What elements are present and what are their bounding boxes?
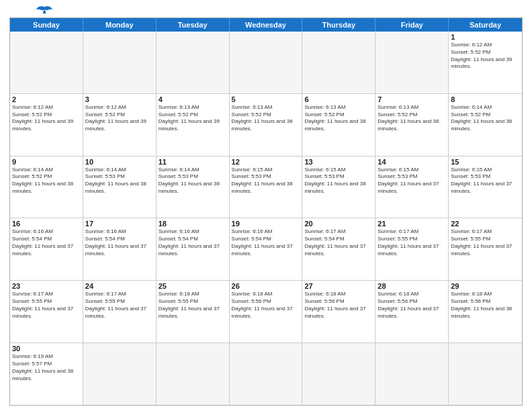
day-number: 14 (378, 158, 446, 166)
cell-sun-info: Sunrise: 6:12 AMSunset: 5:52 PMDaylight:… (12, 104, 81, 133)
calendar-cell: 6Sunrise: 6:13 AMSunset: 5:52 PMDaylight… (302, 94, 375, 156)
calendar-cell (83, 343, 157, 405)
calendar-week-5: 23Sunrise: 6:17 AMSunset: 5:55 PMDayligh… (10, 281, 522, 343)
calendar-week-6: 30Sunrise: 6:19 AMSunset: 5:57 PMDayligh… (10, 343, 522, 405)
cell-sun-info: Sunrise: 6:17 AMSunset: 5:55 PMDaylight:… (85, 291, 154, 320)
cell-sun-info: Sunrise: 6:15 AMSunset: 5:53 PMDaylight:… (378, 167, 446, 195)
day-number: 9 (12, 158, 81, 166)
cell-sun-info: Sunrise: 6:13 AMSunset: 5:52 PMDaylight:… (378, 104, 446, 133)
calendar-cell: 4Sunrise: 6:13 AMSunset: 5:52 PMDaylight… (157, 94, 230, 156)
cell-sun-info: Sunrise: 6:18 AMSunset: 5:56 PMDaylight:… (378, 291, 446, 320)
calendar-cell: 11Sunrise: 6:14 AMSunset: 5:53 PMDayligh… (157, 156, 230, 218)
calendar-cell: 27Sunrise: 6:18 AMSunset: 5:56 PMDayligh… (302, 281, 375, 342)
logo-bird-icon (35, 5, 54, 16)
calendar-header-tuesday: Tuesday (157, 18, 230, 32)
calendar-cell: 17Sunrise: 6:16 AMSunset: 5:54 PMDayligh… (83, 218, 157, 280)
cell-sun-info: Sunrise: 6:14 AMSunset: 5:53 PMDaylight:… (159, 167, 227, 195)
calendar-cell: 13Sunrise: 6:15 AMSunset: 5:53 PMDayligh… (302, 156, 375, 218)
calendar-week-3: 9Sunrise: 6:14 AMSunset: 5:52 PMDaylight… (10, 156, 522, 219)
calendar-cell: 2Sunrise: 6:12 AMSunset: 5:52 PMDaylight… (10, 94, 83, 156)
day-number: 27 (304, 282, 373, 290)
calendar-header-friday: Friday (375, 18, 449, 32)
calendar-cell: 10Sunrise: 6:14 AMSunset: 5:53 PMDayligh… (83, 156, 157, 218)
calendar-cell: 28Sunrise: 6:18 AMSunset: 5:56 PMDayligh… (375, 281, 449, 342)
day-number: 21 (378, 220, 446, 228)
calendar-cell (230, 343, 303, 405)
day-number: 25 (159, 282, 227, 290)
cell-sun-info: Sunrise: 6:18 AMSunset: 5:55 PMDaylight:… (159, 291, 227, 320)
cell-sun-info: Sunrise: 6:18 AMSunset: 5:56 PMDaylight:… (232, 291, 300, 320)
day-number: 2 (12, 95, 81, 103)
day-number: 1 (451, 33, 520, 41)
calendar-cell (157, 32, 230, 93)
calendar-cell (10, 32, 83, 93)
day-number: 15 (451, 158, 520, 166)
day-number: 16 (12, 220, 81, 228)
calendar-cell: 8Sunrise: 6:14 AMSunset: 5:52 PMDaylight… (449, 94, 522, 156)
cell-sun-info: Sunrise: 6:17 AMSunset: 5:55 PMDaylight:… (451, 228, 520, 257)
calendar-cell: 30Sunrise: 6:19 AMSunset: 5:57 PMDayligh… (10, 343, 83, 405)
cell-sun-info: Sunrise: 6:14 AMSunset: 5:52 PMDaylight:… (12, 167, 81, 195)
day-number: 23 (12, 282, 81, 290)
cell-sun-info: Sunrise: 6:16 AMSunset: 5:54 PMDaylight:… (85, 228, 154, 257)
calendar-cell (83, 32, 157, 93)
calendar-cell (449, 343, 522, 405)
cell-sun-info: Sunrise: 6:17 AMSunset: 5:54 PMDaylight:… (304, 228, 373, 257)
day-number: 22 (451, 220, 520, 228)
calendar-header-saturday: Saturday (449, 18, 522, 32)
calendar-cell: 22Sunrise: 6:17 AMSunset: 5:55 PMDayligh… (449, 218, 522, 280)
calendar-cell (302, 343, 375, 405)
calendar-header-sunday: Sunday (10, 18, 83, 32)
calendar-cell: 15Sunrise: 6:15 AMSunset: 5:53 PMDayligh… (449, 156, 522, 218)
cell-sun-info: Sunrise: 6:13 AMSunset: 5:52 PMDaylight:… (304, 104, 373, 133)
calendar-cell (375, 343, 449, 405)
logo (9, 7, 54, 16)
cell-sun-info: Sunrise: 6:12 AMSunset: 5:52 PMDaylight:… (451, 42, 520, 71)
cell-sun-info: Sunrise: 6:16 AMSunset: 5:54 PMDaylight:… (159, 228, 227, 257)
calendar-cell: 14Sunrise: 6:15 AMSunset: 5:53 PMDayligh… (375, 156, 449, 218)
day-number: 10 (85, 158, 154, 166)
calendar-header-thursday: Thursday (302, 18, 375, 32)
calendar-cell: 19Sunrise: 6:16 AMSunset: 5:54 PMDayligh… (230, 218, 303, 280)
day-number: 24 (85, 282, 154, 290)
day-number: 5 (232, 95, 300, 103)
cell-sun-info: Sunrise: 6:14 AMSunset: 5:52 PMDaylight:… (451, 104, 520, 133)
cell-sun-info: Sunrise: 6:12 AMSunset: 5:52 PMDaylight:… (85, 104, 154, 133)
calendar-cell: 29Sunrise: 6:18 AMSunset: 5:56 PMDayligh… (449, 281, 522, 342)
calendar-week-2: 2Sunrise: 6:12 AMSunset: 5:52 PMDaylight… (10, 94, 522, 156)
cell-sun-info: Sunrise: 6:17 AMSunset: 5:55 PMDaylight:… (378, 228, 446, 257)
calendar-week-1: 1Sunrise: 6:12 AMSunset: 5:52 PMDaylight… (10, 32, 522, 94)
calendar-header: SundayMondayTuesdayWednesdayThursdayFrid… (10, 18, 522, 32)
cell-sun-info: Sunrise: 6:19 AMSunset: 5:57 PMDaylight:… (12, 353, 81, 382)
calendar-cell: 9Sunrise: 6:14 AMSunset: 5:52 PMDaylight… (10, 156, 83, 218)
day-number: 30 (12, 345, 81, 353)
day-number: 3 (85, 95, 154, 103)
calendar-cell: 24Sunrise: 6:17 AMSunset: 5:55 PMDayligh… (83, 281, 157, 342)
calendar-cell: 25Sunrise: 6:18 AMSunset: 5:55 PMDayligh… (157, 281, 230, 342)
calendar-cell: 16Sunrise: 6:16 AMSunset: 5:54 PMDayligh… (10, 218, 83, 280)
day-number: 8 (451, 95, 520, 103)
day-number: 28 (378, 282, 446, 290)
cell-sun-info: Sunrise: 6:15 AMSunset: 5:53 PMDaylight:… (232, 167, 300, 195)
calendar-cell: 3Sunrise: 6:12 AMSunset: 5:52 PMDaylight… (83, 94, 157, 156)
calendar-cell (230, 32, 303, 93)
day-number: 26 (232, 282, 300, 290)
day-number: 20 (304, 220, 373, 228)
calendar-cell: 7Sunrise: 6:13 AMSunset: 5:52 PMDaylight… (375, 94, 449, 156)
calendar-cell: 12Sunrise: 6:15 AMSunset: 5:53 PMDayligh… (230, 156, 303, 218)
calendar-cell: 23Sunrise: 6:17 AMSunset: 5:55 PMDayligh… (10, 281, 83, 342)
calendar-cell (375, 32, 449, 93)
cell-sun-info: Sunrise: 6:16 AMSunset: 5:54 PMDaylight:… (232, 228, 300, 257)
day-number: 17 (85, 220, 154, 228)
page: SundayMondayTuesdayWednesdayThursdayFrid… (0, 0, 532, 411)
cell-sun-info: Sunrise: 6:13 AMSunset: 5:52 PMDaylight:… (232, 104, 300, 133)
calendar-body: 1Sunrise: 6:12 AMSunset: 5:52 PMDaylight… (10, 32, 522, 405)
day-number: 18 (159, 220, 227, 228)
cell-sun-info: Sunrise: 6:18 AMSunset: 5:56 PMDaylight:… (451, 291, 520, 320)
cell-sun-info: Sunrise: 6:18 AMSunset: 5:56 PMDaylight:… (304, 291, 373, 320)
day-number: 7 (378, 95, 446, 103)
cell-sun-info: Sunrise: 6:15 AMSunset: 5:53 PMDaylight:… (304, 167, 373, 195)
calendar-cell: 5Sunrise: 6:13 AMSunset: 5:52 PMDaylight… (230, 94, 303, 156)
day-number: 12 (232, 158, 300, 166)
day-number: 6 (304, 95, 373, 103)
